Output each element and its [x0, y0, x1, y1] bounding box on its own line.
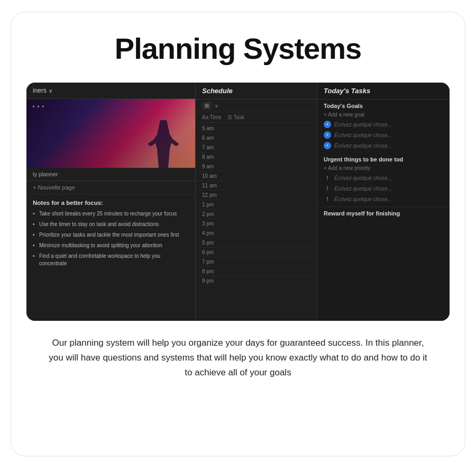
add-priority-button[interactable]: + Add a new priority	[317, 164, 450, 173]
goal-item[interactable]: + Écrivez quelque chose...	[317, 130, 450, 140]
goal-item[interactable]: + Écrivez quelque chose...	[317, 119, 450, 130]
goals-section-title: Today's Goals	[317, 100, 450, 110]
time-row: 6 pm	[196, 248, 317, 257]
time-row: 9 am	[196, 162, 317, 172]
panel-header-text: iners	[33, 87, 47, 94]
description-text: Our planning system will help you organi…	[48, 336, 428, 380]
stars-decoration: ✦ ✦ ✦	[32, 104, 45, 109]
right-panel: Today's Tasks Today's Goals + Add a new …	[317, 83, 450, 321]
time-row: 5 am	[196, 124, 317, 133]
add-goal-button[interactable]: + Add a new goal	[317, 110, 450, 119]
time-row: 8 pm	[196, 267, 317, 276]
left-panel: iners ∨ ✦ ✦ ✦ ly planner + Nouvelle page…	[26, 83, 196, 321]
goal-text: Écrivez quelque chose...	[334, 122, 392, 128]
new-page-button[interactable]: + Nouvelle page	[26, 181, 195, 194]
time-row: 6 am	[196, 133, 317, 143]
time-row: 9 pm	[196, 276, 317, 286]
priority-exclamation-icon: !	[324, 195, 331, 203]
priority-text: Écrivez quelque chose...	[334, 175, 392, 181]
time-row: 7 am	[196, 143, 317, 152]
goal-text: Écrivez quelque chose...	[334, 132, 392, 138]
priority-text: Écrivez quelque chose...	[334, 196, 392, 202]
goal-plus-icon: +	[324, 131, 331, 139]
image-overlay	[26, 99, 195, 168]
schedule-toolbar: ⊞ ∨	[196, 100, 317, 112]
priority-exclamation-icon: !	[324, 174, 331, 182]
schedule-header: Schedule	[196, 83, 317, 100]
grid-icon[interactable]: ⊞	[202, 102, 212, 110]
list-item: Take short breaks every 25 minutes to re…	[33, 210, 189, 218]
time-row: 8 am	[196, 152, 317, 162]
reward-section-title: Reward myself for finishing	[317, 206, 450, 218]
goal-plus-icon: +	[324, 121, 331, 128]
toolbar-chevron: ∨	[215, 103, 218, 109]
task-col-header: ☰ Task	[227, 114, 310, 120]
time-row: 1 pm	[196, 200, 317, 210]
goal-plus-icon: +	[324, 142, 331, 149]
time-row: 11 am	[196, 181, 317, 191]
list-item: Prioritize your tasks and tackle the mos…	[33, 231, 189, 239]
goal-text: Écrivez quelque chose...	[334, 143, 392, 149]
list-item: Minimize multitasking to avoid splitting…	[33, 242, 189, 249]
time-row: 7 pm	[196, 257, 317, 267]
time-row: 12 pm	[196, 191, 317, 200]
priority-text: Écrivez quelque chose...	[334, 186, 392, 192]
time-row: 4 pm	[196, 229, 317, 238]
column-headers: Aa Time ☰ Task	[196, 112, 317, 123]
time-row: 3 pm	[196, 219, 317, 229]
time-rows: 5 am 6 am 7 am 8 am 9 am 10 am 11 am 12 …	[196, 123, 317, 321]
left-panel-header: iners ∨	[26, 83, 195, 99]
middle-panel: Schedule ⊞ ∨ Aa Time ☰ Task 5 am 6 am 7 …	[196, 83, 317, 321]
chevron-icon: ∨	[49, 88, 52, 94]
time-col-header: Aa Time	[202, 114, 223, 120]
tasks-header: Today's Tasks	[317, 83, 450, 100]
time-row: 5 pm	[196, 238, 317, 248]
planner-image: ✦ ✦ ✦	[26, 99, 195, 168]
time-row: 2 pm	[196, 210, 317, 219]
priority-item[interactable]: ! Écrivez quelque chose...	[317, 183, 450, 194]
page-title: Planning Systems	[115, 31, 361, 66]
time-row: 10 am	[196, 172, 317, 181]
urgent-section-title: Urgent things to be done tod	[317, 153, 450, 164]
image-label: ly planner	[26, 168, 195, 181]
priority-item[interactable]: ! Écrivez quelque chose...	[317, 173, 450, 183]
notes-heading: Notes for a better focus:	[33, 200, 189, 206]
screenshot-container: iners ∨ ✦ ✦ ✦ ly planner + Nouvelle page…	[26, 83, 450, 321]
goal-item[interactable]: + Écrivez quelque chose...	[317, 140, 450, 151]
list-item: Use the timer to stay on task and avoid …	[33, 221, 189, 228]
list-item: Find a quiet and comfortable workspace t…	[33, 253, 189, 267]
priority-exclamation-icon: !	[324, 185, 331, 192]
priority-item[interactable]: ! Écrivez quelque chose...	[317, 194, 450, 204]
notes-section: Notes for a better focus: Take short bre…	[26, 194, 195, 321]
main-card: Planning Systems iners ∨ ✦ ✦ ✦ ly planne…	[11, 12, 465, 456]
notes-list: Take short breaks every 25 minutes to re…	[33, 210, 189, 267]
